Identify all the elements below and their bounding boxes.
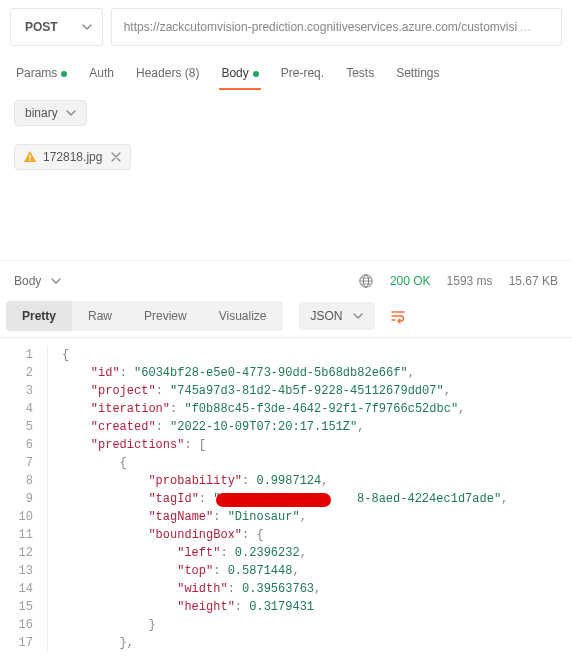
tab-settings[interactable]: Settings	[394, 60, 441, 90]
line-number: 6	[0, 436, 33, 454]
view-preview[interactable]: Preview	[128, 301, 203, 331]
response-body-editor[interactable]: 1 2 3 4 5 6 7 8 9 10 11 12 13 14 15 16 1…	[0, 338, 572, 652]
response-time: 1593 ms	[447, 274, 493, 288]
line-number: 15	[0, 598, 33, 616]
file-name: 172818.jpg	[43, 150, 102, 164]
headers-count: (8)	[185, 66, 200, 80]
line-number: 10	[0, 508, 33, 526]
params-active-dot-icon	[61, 71, 67, 77]
svg-rect-0	[29, 155, 30, 159]
line-number: 13	[0, 562, 33, 580]
chevron-down-icon	[66, 108, 76, 118]
line-number: 9	[0, 490, 33, 508]
view-raw[interactable]: Raw	[72, 301, 128, 331]
url-truncation: …	[519, 20, 531, 34]
response-section-select[interactable]: Body	[14, 274, 61, 288]
close-icon	[110, 151, 122, 163]
line-number: 16	[0, 616, 33, 634]
chevron-down-icon	[353, 311, 363, 321]
tab-auth[interactable]: Auth	[87, 60, 116, 90]
request-url-text: https://zackcutomvision-prediction.cogni…	[124, 20, 517, 34]
line-number: 7	[0, 454, 33, 472]
http-method-label: POST	[25, 20, 58, 34]
response-format-label: JSON	[311, 309, 343, 323]
line-number: 2	[0, 364, 33, 382]
tab-prereq[interactable]: Pre-req.	[279, 60, 326, 90]
code-content: { "id": "6034bf28-e5e0-4773-90dd-5b68db8…	[48, 346, 508, 652]
request-tabs: Params Auth Headers (8) Body Pre-req. Te…	[0, 54, 572, 90]
remove-file-button[interactable]	[110, 151, 122, 163]
line-number: 1	[0, 346, 33, 364]
line-number: 3	[0, 382, 33, 400]
line-number: 5	[0, 418, 33, 436]
network-globe-icon[interactable]	[358, 273, 374, 289]
body-active-dot-icon	[253, 71, 259, 77]
response-status: 200 OK	[390, 274, 431, 288]
line-number: 12	[0, 544, 33, 562]
response-section-label: Body	[14, 274, 41, 288]
line-number: 4	[0, 400, 33, 418]
tab-params[interactable]: Params	[14, 60, 69, 90]
redaction-mark	[216, 493, 331, 507]
body-mode-label: binary	[25, 106, 58, 120]
response-format-select[interactable]: JSON	[299, 302, 375, 330]
line-number: 17	[0, 634, 33, 652]
line-number: 11	[0, 526, 33, 544]
request-url-input[interactable]: https://zackcutomvision-prediction.cogni…	[111, 8, 562, 46]
view-visualize[interactable]: Visualize	[203, 301, 283, 331]
chevron-down-icon	[51, 276, 61, 286]
body-mode-select[interactable]: binary	[14, 100, 87, 126]
response-size: 15.67 KB	[509, 274, 558, 288]
warning-icon	[23, 150, 37, 164]
line-number-gutter: 1 2 3 4 5 6 7 8 9 10 11 12 13 14 15 16 1…	[0, 346, 48, 652]
http-method-select[interactable]: POST	[10, 8, 103, 46]
tab-body[interactable]: Body	[219, 60, 260, 90]
svg-rect-1	[29, 159, 30, 160]
line-number: 14	[0, 580, 33, 598]
view-pretty[interactable]: Pretty	[6, 301, 72, 331]
line-wrap-button[interactable]	[389, 307, 407, 325]
tab-tests[interactable]: Tests	[344, 60, 376, 90]
file-attachment-chip[interactable]: 172818.jpg	[14, 144, 131, 170]
chevron-down-icon	[82, 22, 92, 32]
tab-headers[interactable]: Headers (8)	[134, 60, 201, 90]
line-number: 8	[0, 472, 33, 490]
response-view-mode: Pretty Raw Preview Visualize	[6, 301, 283, 331]
